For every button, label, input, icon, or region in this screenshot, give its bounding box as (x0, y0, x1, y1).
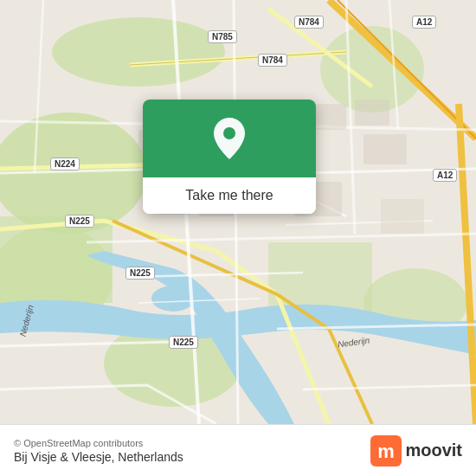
place-name: Bij Visje & Vleesje, Netherlands (14, 450, 183, 464)
svg-rect-15 (355, 100, 389, 125)
road-label-n784b: N784 (258, 54, 287, 67)
moovit-icon: m (370, 435, 402, 466)
road-label-n225c: N225 (169, 336, 198, 349)
road-label-n225b: N225 (125, 267, 155, 280)
svg-rect-7 (268, 242, 372, 312)
road-label-a12b: A12 (433, 169, 457, 182)
svg-point-21 (223, 127, 235, 139)
svg-rect-16 (363, 134, 407, 164)
svg-point-6 (52, 17, 225, 87)
road-label-n785: N785 (208, 30, 237, 43)
popup-card: Take me there (143, 100, 316, 214)
take-me-there-button[interactable]: Take me there (143, 177, 316, 214)
moovit-text: moovit (405, 441, 462, 460)
road-label-n224: N224 (50, 158, 80, 170)
popup-green-area (143, 100, 316, 177)
map-container: N784 N785 N784 A12 A12 N224 N225 N225 N2… (0, 0, 476, 424)
svg-point-9 (151, 286, 195, 312)
location-pin-icon (210, 116, 248, 161)
svg-text:m: m (378, 441, 396, 462)
road-label-a12a: A12 (412, 16, 436, 29)
map-attribution: © OpenStreetMap contributors (14, 438, 183, 448)
road-label-n225a: N225 (65, 215, 94, 228)
moovit-logo: m moovit (370, 435, 462, 466)
svg-rect-19 (381, 199, 424, 234)
bottom-bar: © OpenStreetMap contributors Bij Visje &… (0, 424, 476, 476)
road-label-n784: N784 (294, 16, 324, 29)
